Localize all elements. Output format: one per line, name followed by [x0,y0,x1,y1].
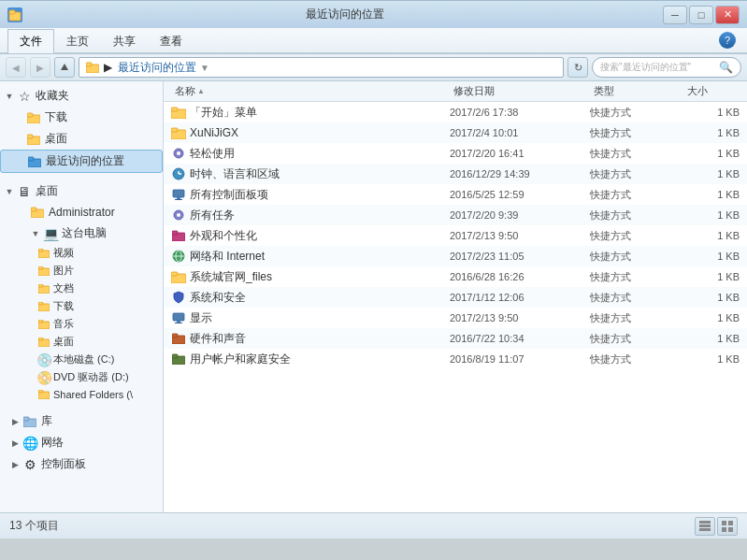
tab-view[interactable]: 查看 [148,29,194,53]
file-name: 用户帐户和家庭安全 [171,352,450,367]
sidebar-item-downloads[interactable]: 下载 [0,297,163,315]
file-name: 时钟、语言和区域 [171,166,450,182]
svg-rect-59 [699,528,711,531]
file-name: 硬件和声音 [171,331,450,347]
control-panel-label: 控制面板 [41,456,86,472]
file-list-scroll[interactable]: 「开始」菜单 2017/2/6 17:38 快捷方式 1 KB XuNiJiGX… [164,102,747,512]
forward-button[interactable]: ▶ [30,57,50,78]
table-row[interactable]: 显示 2017/2/13 9:50 快捷方式 1 KB [164,308,747,328]
pictures-icon [37,265,50,278]
documents-icon [37,282,50,295]
desktop2-label: 桌面 [53,335,74,349]
maximize-button[interactable]: □ [689,6,713,24]
address-dropdown[interactable]: ▼ [200,63,209,73]
help-button[interactable]: ? [719,32,736,49]
pictures-label: 图片 [53,264,74,278]
sidebar-item-videos[interactable]: 视频 [0,244,163,262]
recent-icon [27,154,42,169]
col-name-label: 名称 [175,84,195,98]
tab-file[interactable]: 文件 [7,29,54,53]
table-row[interactable]: 时钟、语言和区域 2016/12/29 14:39 快捷方式 1 KB [164,164,747,184]
dvd-label: DVD 驱动器 (D:) [53,370,129,384]
sidebar-item-desktop[interactable]: 桌面 [0,128,163,150]
table-row[interactable]: 网络和 Internet 2017/2/23 11:05 快捷方式 1 KB [164,246,747,266]
details-view-button[interactable] [695,517,715,536]
table-row[interactable]: 系统和安全 2017/1/12 12:06 快捷方式 1 KB [164,287,747,308]
sidebar-item-administrator[interactable]: Administrator [0,202,163,223]
svg-rect-39 [177,197,180,199]
file-type: 快捷方式 [590,352,683,366]
svg-rect-16 [38,266,43,269]
sidebar-item-network[interactable]: ▶ 🌐 网络 [0,432,163,453]
sidebar-item-local-disk[interactable]: 💿 本地磁盘 (C:) [0,351,163,368]
svg-rect-32 [171,128,178,132]
file-list-area: 名称 ▲ 修改日期 类型 大小 「开始」菜单 2017/2/6 17:38 快捷… [164,81,747,512]
sidebar-item-pictures[interactable]: 图片 [0,262,163,280]
library-expand-icon: ▶ [9,416,21,427]
sidebar-item-control-panel[interactable]: ▶ ⚙ 控制面板 [0,453,163,475]
col-name-header[interactable]: 名称 ▲ [171,84,450,98]
file-size: 1 KB [683,209,740,221]
svg-rect-4 [86,63,92,66]
close-button[interactable]: ✕ [715,6,740,24]
window-title: 最近访问的位置 [26,7,663,22]
table-row[interactable]: 外观和个性化 2017/2/13 9:50 快捷方式 1 KB [164,225,747,246]
shared-folders-icon [37,388,50,401]
table-row[interactable]: 系统城官网_files 2016/6/28 16:26 快捷方式 1 KB [164,266,747,287]
svg-point-34 [177,151,180,155]
sidebar-item-this-pc[interactable]: ▼ 💻 这台电脑 [0,223,163,244]
table-row[interactable]: 硬件和声音 2016/7/22 10:34 快捷方式 1 KB [164,328,747,349]
svg-rect-51 [177,321,180,323]
up-button[interactable] [54,57,75,78]
desktop-header[interactable]: ▼ 🖥 桌面 [0,180,163,202]
file-type: 快捷方式 [590,106,683,120]
svg-rect-57 [699,521,711,524]
sidebar-item-documents[interactable]: 文档 [0,280,163,297]
sidebar-item-shared-folders[interactable]: Shared Folders (\ [0,386,163,403]
file-date: 2016/5/25 12:59 [450,189,590,200]
table-row[interactable]: 「开始」菜单 2017/2/6 17:38 快捷方式 1 KB [164,102,747,122]
table-row[interactable]: XuNiJiGX 2017/2/4 10:01 快捷方式 1 KB [164,122,747,143]
status-count: 13 个项目 [9,518,59,534]
svg-rect-62 [722,527,726,532]
favorites-header[interactable]: ▼ ☆ 收藏夹 [0,85,163,107]
address-path: 最近访问的位置 [118,60,196,76]
table-row[interactable]: 用户帐户和家庭安全 2016/8/19 11:07 快捷方式 1 KB [164,349,747,369]
app-icon [7,7,22,22]
sidebar-item-music[interactable]: 音乐 [0,315,163,333]
local-disk-label: 本地磁盘 (C:) [53,352,114,366]
svg-rect-50 [173,313,184,321]
network-label: 网络 [41,435,64,451]
file-size: 1 KB [683,168,740,179]
back-button[interactable]: ◀ [6,57,26,78]
file-size: 1 KB [683,271,740,282]
col-size-label: 大小 [687,84,708,98]
col-type-header[interactable]: 类型 [590,84,683,98]
status-bar: 13 个项目 [0,512,747,538]
network-expand-icon: ▶ [9,438,21,449]
table-row[interactable]: 所有控制面板项 2016/5/25 12:59 快捷方式 1 KB [164,184,747,205]
col-size-header[interactable]: 大小 [683,84,740,98]
title-bar: 最近访问的位置 ─ □ ✕ [0,0,747,28]
svg-rect-14 [38,249,43,251]
file-icon [171,208,186,223]
desktop-label: 桌面 [45,131,67,147]
file-size: 1 KB [683,251,740,262]
tab-share[interactable]: 共享 [101,29,148,53]
refresh-button[interactable]: ↻ [567,57,588,78]
sidebar-item-desktop2[interactable]: 桌面 [0,333,163,351]
table-row[interactable]: 轻松使用 2017/2/20 16:41 快捷方式 1 KB [164,143,747,164]
file-date: 2017/2/13 9:50 [450,230,590,241]
large-icons-view-button[interactable] [717,517,738,536]
col-date-header[interactable]: 修改日期 [450,84,590,98]
sidebar-item-recent[interactable]: 最近访问的位置 [0,150,163,173]
sidebar-item-dvd[interactable]: 📀 DVD 驱动器 (D:) [0,368,163,386]
sidebar-item-download[interactable]: 下载 [0,107,163,128]
minimize-button[interactable]: ─ [663,6,687,24]
search-box[interactable]: 搜索"最近访问的位置" 🔍 [592,57,741,78]
address-box[interactable]: ▶ 最近访问的位置 ▼ [79,57,564,78]
shared-folders-label: Shared Folders (\ [53,389,133,400]
table-row[interactable]: 所有任务 2017/2/20 9:39 快捷方式 1 KB [164,205,747,225]
tab-home[interactable]: 主页 [54,29,101,53]
sidebar-item-library[interactable]: ▶ 库 [0,410,163,432]
